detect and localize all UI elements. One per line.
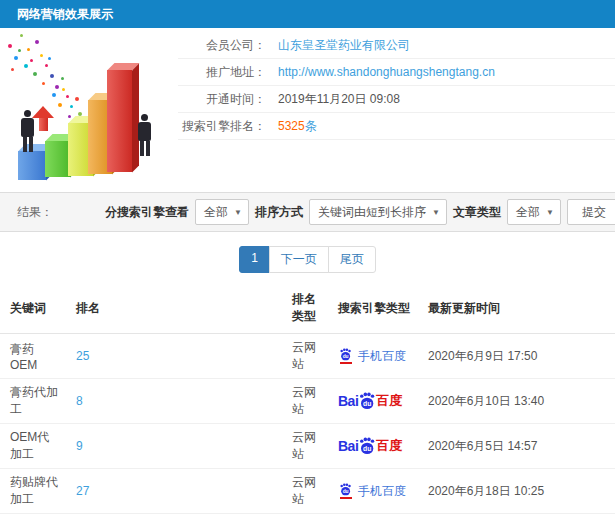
pagination-page-1[interactable]: 1 <box>239 246 270 273</box>
table-row: 膏药OEM25云网站du手机百度2020年6月9日 17:50 <box>0 334 615 379</box>
mobile-baidu-label: 手机百度 <box>358 483 406 500</box>
hero-section: 会员公司：山东皇圣堂药业有限公司推广地址：http://www.shandong… <box>0 28 615 192</box>
sort-select[interactable]: 关键词由短到长排序▼ <box>309 199 447 225</box>
pagination-next-page[interactable]: 下一页 <box>269 246 329 273</box>
company-info-panel: 会员公司：山东皇圣堂药业有限公司推广地址：http://www.shandong… <box>178 28 615 140</box>
engine-type-cell: Baidu百度 <box>330 514 420 520</box>
result-filter-bar: 结果： 分搜索引擎查看 全部▼ 排序方式 关键词由短到长排序▼ 文章类型 全部▼… <box>0 192 615 232</box>
svg-text:du: du <box>343 489 349 494</box>
info-value-suffix: 条 <box>305 119 317 133</box>
rank-link[interactable]: 25 <box>76 349 89 363</box>
rank-type-cell: 云网站 <box>284 334 330 379</box>
filter-group: 分搜索引擎查看 全部▼ 排序方式 关键词由短到长排序▼ 文章类型 全部▼ 提交 <box>105 199 615 225</box>
table-row: OEM代加工9云网站Baidu百度2020年6月5日 14:57 <box>0 424 615 469</box>
rank-cell: 25 <box>68 334 284 379</box>
keyword-cell: 北京膏药贴牌 <box>0 514 68 520</box>
info-value: 2019年11月20日 09:08 <box>278 92 400 106</box>
baidu-paw-icon: du <box>339 483 352 496</box>
updated-time-cell: 2020年6月11日 11:18 <box>420 514 615 520</box>
confetti-dot <box>58 103 62 107</box>
mobile-baidu-icon: du <box>339 348 352 364</box>
table-row: 药贴牌代加工27云网站du手机百度2020年6月18日 10:25 <box>0 469 615 514</box>
confetti-dot <box>70 105 73 108</box>
rank-cell: 8 <box>68 379 284 424</box>
engine-type-cell: Baidu百度 <box>330 379 420 424</box>
confetti-dot <box>24 64 28 68</box>
chart-bar-red <box>107 70 132 172</box>
updated-time-cell: 2020年6月10日 13:40 <box>420 379 615 424</box>
baidu-red-underline <box>340 497 352 499</box>
confetti-dot <box>27 48 30 51</box>
confetti-dot <box>61 77 64 80</box>
baidu-logo-bai: Bai <box>338 438 358 454</box>
businessman-right <box>138 114 151 156</box>
chart-bar-blue <box>18 151 46 180</box>
baidu-logo-bai: Bai <box>338 393 358 409</box>
table-row: 膏药代加工8云网站Baidu百度2020年6月10日 13:40 <box>0 379 615 424</box>
svg-text:du: du <box>363 445 371 452</box>
mobile-baidu-logo: du手机百度 <box>338 483 406 500</box>
result-label: 结果： <box>17 204 53 221</box>
page-header: 网络营销效果展示 <box>0 0 615 28</box>
article-type-filter-label: 文章类型 <box>453 204 501 221</box>
table-header-3: 搜索引擎类型 <box>330 283 420 334</box>
pagination-wrap: 1 下一页 尾页 <box>0 232 615 283</box>
confetti-dot <box>14 56 18 60</box>
confetti-dot <box>11 68 14 71</box>
engine-type-cell: du手机百度 <box>330 334 420 379</box>
company-info-row: 推广地址：http://www.shandonghuangshengtang.c… <box>178 59 615 86</box>
keyword-cell: OEM代加工 <box>0 424 68 469</box>
chart-bar-green <box>45 141 70 177</box>
table-header-0: 关键词 <box>0 283 68 334</box>
confetti-dot <box>78 112 82 116</box>
table-header-row: 关键词排名排名类型搜索引擎类型最新更新时间 <box>0 283 615 334</box>
confetti-dot <box>40 54 43 57</box>
confetti-dot <box>33 72 37 76</box>
pagination: 1 下一页 尾页 <box>239 246 376 273</box>
rank-link[interactable]: 8 <box>76 394 83 408</box>
info-value-link[interactable]: http://www.shandonghuangshengtang.cn <box>278 65 495 79</box>
keyword-cell: 膏药代加工 <box>0 379 68 424</box>
pagination-last-page[interactable]: 尾页 <box>328 246 376 273</box>
confetti-dot <box>35 40 39 44</box>
submit-button[interactable]: 提交 <box>567 199 615 225</box>
confetti-dot <box>18 49 21 52</box>
company-info-row: 开通时间：2019年11月20日 09:08 <box>178 86 615 113</box>
confetti-dot <box>42 82 45 85</box>
svg-text:du: du <box>363 400 371 407</box>
confetti-dot <box>20 34 23 37</box>
rank-type-cell: 云网站 <box>284 379 330 424</box>
mobile-baidu-logo: du手机百度 <box>338 348 406 365</box>
keyword-cell: 膏药OEM <box>0 334 68 379</box>
info-label: 搜索引擎排名： <box>178 113 266 140</box>
updated-time-cell: 2020年6月18日 10:25 <box>420 469 615 514</box>
page: 网络营销效果展示 会员公司：山东皇圣堂药业有限公司推广地址：http://www… <box>0 0 615 520</box>
baidu-paw-icon: du <box>358 392 376 410</box>
rank-type-cell: 云网站 <box>284 469 330 514</box>
baidu-paw-icon: du <box>358 437 376 455</box>
sort-filter-label: 排序方式 <box>255 204 303 221</box>
confetti-dot <box>48 57 51 60</box>
engine-select-value: 全部 <box>204 205 228 219</box>
info-value-link[interactable]: 山东皇圣堂药业有限公司 <box>278 38 410 52</box>
confetti-dot <box>30 59 33 62</box>
article-type-select[interactable]: 全部▼ <box>507 199 561 225</box>
baidu-paw-icon: du <box>339 348 352 361</box>
baidu-logo-cn: 百度 <box>376 392 402 410</box>
mobile-baidu-icon: du <box>339 483 352 499</box>
rank-link[interactable]: 9 <box>76 439 83 453</box>
engine-select[interactable]: 全部▼ <box>195 199 249 225</box>
chevron-down-icon: ▼ <box>432 200 440 226</box>
baidu-logo-cn: 百度 <box>376 437 402 455</box>
rank-link[interactable]: 27 <box>76 484 89 498</box>
confetti-dot <box>55 85 59 89</box>
svg-text:du: du <box>343 354 349 359</box>
page-title: 网络营销效果展示 <box>17 7 113 21</box>
rank-cell: 9 <box>68 424 284 469</box>
article-type-select-value: 全部 <box>516 205 540 219</box>
confetti-dot <box>66 95 69 98</box>
results-table: 关键词排名排名类型搜索引擎类型最新更新时间 膏药OEM25云网站du手机百度20… <box>0 283 615 520</box>
chevron-down-icon: ▼ <box>234 200 242 226</box>
rank-cell: 1 <box>68 514 284 520</box>
rank-type-cell: 云网站 <box>284 514 330 520</box>
